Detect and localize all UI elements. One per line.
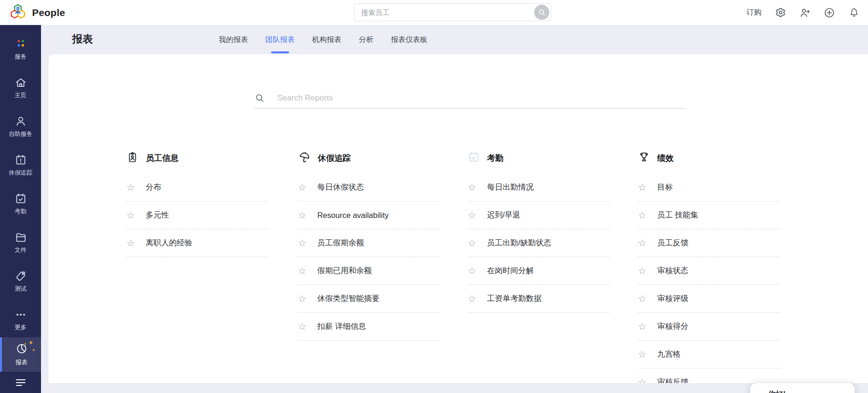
report-column-2: 考勤☆每日出勤情况☆迟到/早退☆员工出勤/缺勤状态☆在岗时间分解☆工资单考勤数据 — [468, 150, 610, 313]
tag-icon — [15, 270, 27, 282]
star-icon[interactable]: ☆ — [638, 183, 646, 192]
star-icon[interactable]: ☆ — [638, 266, 646, 276]
report-tabs: 我的报表团队报表机构报表分析报表仪表板 — [219, 25, 428, 54]
zoho-people-logo-icon — [8, 3, 27, 22]
sidebar-item-2[interactable]: 自助服务 — [0, 111, 41, 142]
sidebar-item-4[interactable]: 考勤 — [0, 188, 41, 220]
report-item-label: 员工反馈 — [657, 238, 688, 248]
report-item[interactable]: ☆员工出勤/缺勤状态 — [468, 229, 610, 257]
report-item[interactable]: ☆假期已用和余额 — [298, 257, 440, 285]
report-item[interactable]: ☆每日休假状态 — [298, 174, 440, 201]
report-item[interactable]: ☆员工反馈 — [638, 229, 780, 257]
apps-dots-icon — [15, 38, 27, 50]
chat-popup[interactable]: 你好! — [750, 383, 855, 393]
tab-4[interactable]: 报表仪表板 — [391, 25, 428, 54]
search-icon — [255, 93, 265, 103]
star-icon[interactable]: ☆ — [468, 210, 476, 220]
settings-gear-icon[interactable] — [775, 7, 786, 18]
column-title: 考勤 — [487, 152, 504, 164]
report-item-label: 假期已用和余额 — [317, 266, 372, 276]
sidebar-item-label: 考勤 — [15, 208, 26, 216]
sidebar-item-label: 文件 — [15, 246, 26, 254]
sidebar-item-reports-active[interactable]: ✦ ✦ ✦ 报表 — [0, 337, 41, 372]
report-item[interactable]: ☆离职人的经验 — [126, 229, 269, 257]
report-item-label: 每日出勤情况 — [487, 182, 534, 192]
report-item[interactable]: ☆Resource availability — [298, 201, 440, 229]
report-item-label: 员工 技能集 — [657, 210, 698, 220]
tab-1[interactable]: 团队报表 — [265, 25, 295, 54]
star-icon[interactable]: ☆ — [638, 377, 646, 383]
star-icon[interactable]: ☆ — [638, 294, 646, 303]
calendar-check-icon — [15, 192, 27, 205]
star-icon[interactable]: ☆ — [298, 183, 306, 192]
sidebar-item-3[interactable]: 休假追踪 — [0, 150, 41, 181]
star-icon[interactable]: ☆ — [468, 183, 476, 192]
star-icon[interactable]: ☆ — [298, 266, 306, 276]
calendar-alert-icon — [15, 154, 27, 166]
star-icon[interactable]: ☆ — [126, 238, 135, 248]
report-item[interactable]: ☆员工假期余额 — [298, 229, 440, 257]
sidebar-item-label: 更多 — [15, 324, 26, 332]
home-icon — [15, 76, 27, 89]
report-item-label: 审核状态 — [657, 266, 688, 276]
star-icon[interactable]: ☆ — [298, 322, 306, 331]
topbar-actions: 订购 — [746, 7, 860, 18]
sidebar-item-5[interactable]: 文件 — [0, 227, 41, 259]
tab-0[interactable]: 我的报表 — [219, 25, 248, 54]
star-icon[interactable]: ☆ — [468, 294, 476, 303]
report-item[interactable]: ☆审核评级 — [638, 285, 780, 313]
report-item[interactable]: ☆审核得分 — [638, 313, 780, 341]
report-item-label: Resource availability — [317, 211, 389, 220]
report-search-input[interactable] — [277, 93, 686, 103]
star-icon[interactable]: ☆ — [126, 210, 135, 220]
star-icon[interactable]: ☆ — [638, 238, 646, 248]
sidebar-item-0[interactable]: 服务 — [0, 33, 41, 65]
column-title: 员工信息 — [146, 152, 179, 164]
subscribe-link[interactable]: 订购 — [746, 8, 761, 17]
star-icon[interactable]: ☆ — [638, 210, 646, 220]
report-item[interactable]: ☆在岗时间分解 — [468, 257, 610, 285]
star-icon[interactable]: ☆ — [298, 294, 306, 303]
tab-3[interactable]: 分析 — [359, 25, 373, 54]
report-item[interactable]: ☆迟到/早退 — [468, 201, 610, 229]
report-item[interactable]: ☆多元性 — [126, 201, 269, 229]
report-item[interactable]: ☆审核状态 — [638, 257, 780, 285]
report-item[interactable]: ☆九宫格 — [638, 341, 780, 368]
report-item[interactable]: ☆工资单考勤数据 — [468, 285, 610, 313]
star-icon[interactable]: ☆ — [638, 322, 646, 331]
sidebar-item-label: 休假追踪 — [9, 169, 33, 177]
column-title: 绩效 — [657, 152, 674, 164]
search-icon[interactable] — [534, 5, 549, 20]
employee-search-input[interactable] — [354, 3, 551, 21]
employee-search — [354, 3, 551, 21]
sparkle-icon: ✦ — [28, 339, 33, 346]
star-icon[interactable]: ☆ — [468, 238, 476, 248]
sidebar-collapse-menu-icon[interactable] — [0, 372, 41, 393]
report-column-1: 休假追踪☆每日休假状态☆Resource availability☆员工假期余额… — [298, 150, 440, 341]
report-item-label: 工资单考勤数据 — [487, 293, 542, 304]
report-item-label: 九宫格 — [657, 349, 681, 360]
sidebar-item-6[interactable]: 测试 — [0, 266, 41, 297]
report-item-label: 休假类型智能摘要 — [317, 293, 380, 304]
star-icon[interactable]: ☆ — [298, 238, 306, 248]
report-item[interactable]: ☆分布 — [126, 174, 269, 201]
star-icon[interactable]: ☆ — [638, 350, 646, 359]
add-plus-icon[interactable] — [824, 7, 835, 18]
report-item[interactable]: ☆员工 技能集 — [638, 201, 780, 229]
star-icon[interactable]: ☆ — [298, 210, 306, 220]
star-icon[interactable]: ☆ — [126, 183, 135, 192]
tab-2[interactable]: 机构报表 — [312, 25, 341, 54]
user-referral-icon[interactable] — [799, 7, 810, 18]
report-item-label: 审核评级 — [657, 293, 688, 304]
report-item[interactable]: ☆每日出勤情况 — [468, 174, 610, 201]
report-item[interactable]: ☆扣薪 详细信息 — [298, 313, 440, 341]
report-item[interactable]: ☆目标 — [638, 174, 780, 201]
sidebar-item-1[interactable]: 主页 — [0, 72, 41, 104]
report-item-label: 员工假期余额 — [317, 238, 364, 248]
report-item-label: 扣薪 详细信息 — [317, 321, 366, 332]
report-item[interactable]: ☆休假类型智能摘要 — [298, 285, 440, 313]
report-item[interactable]: ☆审核反馈 — [638, 368, 780, 383]
sidebar-item-7[interactable]: 更多 — [0, 304, 41, 336]
notifications-bell-icon[interactable] — [848, 7, 860, 18]
star-icon[interactable]: ☆ — [468, 266, 476, 276]
